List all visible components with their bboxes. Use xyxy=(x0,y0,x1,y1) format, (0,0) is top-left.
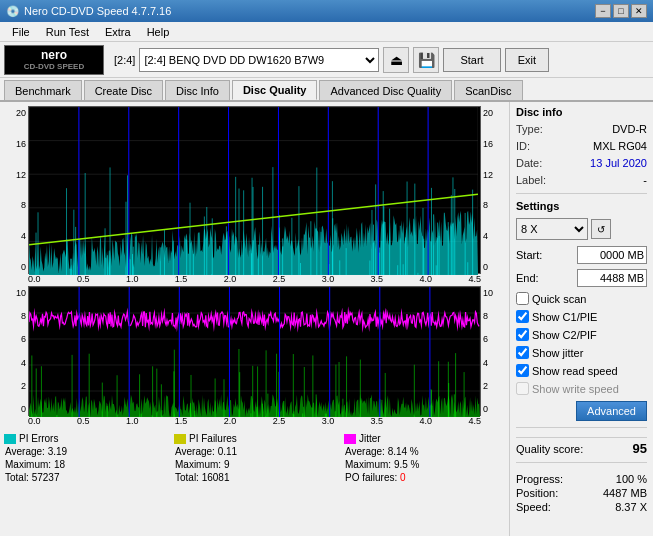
main-content: 201612840 201612840 0.00.51.01.52.02.53.… xyxy=(0,102,653,536)
menu-bar: File Run Test Extra Help xyxy=(0,22,653,42)
chart-area: 201612840 201612840 0.00.51.01.52.02.53.… xyxy=(0,102,509,536)
read-speed-checkbox[interactable] xyxy=(516,364,529,377)
bottom-y-axis-left: 1086420 xyxy=(4,286,28,416)
speed-select[interactable]: 8 X 4 X 2 X MAX xyxy=(516,218,588,240)
menu-run-test[interactable]: Run Test xyxy=(38,24,97,40)
top-y-axis-left: 201612840 xyxy=(4,106,28,274)
title-bar: 💿 Nero CD-DVD Speed 4.7.7.16 − □ ✕ xyxy=(0,0,653,22)
date-value: 13 Jul 2020 xyxy=(590,156,647,170)
quick-scan-row: Quick scan xyxy=(516,292,647,305)
drive-label: [2:4] xyxy=(114,54,135,66)
quality-score-row: Quality score: 95 xyxy=(516,437,647,456)
pi-errors-total-value: 57237 xyxy=(32,472,60,483)
eject-icon[interactable]: ⏏ xyxy=(383,47,409,73)
pi-failures-block: PI Failures Average: 0.11 Maximum: 9 Tot… xyxy=(174,433,335,484)
start-input[interactable] xyxy=(577,246,647,264)
position-value: 4487 MB xyxy=(603,486,647,500)
top-y-axis-right: 201612840 xyxy=(481,106,505,274)
end-input-row: End: xyxy=(516,269,647,287)
bottom-x-axis: 0.00.51.01.52.02.53.03.54.04.5 xyxy=(4,416,505,426)
label-value: - xyxy=(643,173,647,187)
top-chart xyxy=(28,106,481,274)
disc-id-row: ID: MXL RG04 xyxy=(516,139,647,153)
pi-errors-total-label: Total: xyxy=(5,472,29,483)
speed-label: Speed: xyxy=(516,500,551,514)
menu-extra[interactable]: Extra xyxy=(97,24,139,40)
type-label: Type: xyxy=(516,122,543,136)
divider-3 xyxy=(516,462,647,463)
read-speed-row: Show read speed xyxy=(516,364,647,377)
pi-errors-avg-value: 3.19 xyxy=(48,446,67,457)
tab-disc-info[interactable]: Disc Info xyxy=(165,80,230,100)
minimize-button[interactable]: − xyxy=(595,4,611,18)
top-x-axis: 0.00.51.01.52.02.53.03.54.04.5 xyxy=(4,274,505,284)
menu-file[interactable]: File xyxy=(4,24,38,40)
pi-errors-avg-label: Average: xyxy=(5,446,45,457)
title-label: Nero CD-DVD Speed 4.7.7.16 xyxy=(24,5,171,17)
progress-row: Progress: 100 % xyxy=(516,472,647,486)
bottom-chart xyxy=(28,286,481,416)
c2-pif-label: Show C2/PIF xyxy=(532,329,597,341)
start-input-row: Start: xyxy=(516,246,647,264)
toolbar: nero CD-DVD SPEED [2:4] [2:4] BENQ DVD D… xyxy=(0,42,653,78)
pi-failures-color xyxy=(174,434,186,444)
jitter-label: Jitter xyxy=(359,433,381,444)
pi-failures-label: PI Failures xyxy=(189,433,237,444)
c1-pie-row: Show C1/PIE xyxy=(516,310,647,323)
maximize-button[interactable]: □ xyxy=(613,4,629,18)
c1-pie-label: Show C1/PIE xyxy=(532,311,597,323)
disc-date-row: Date: 13 Jul 2020 xyxy=(516,156,647,170)
tab-benchmark[interactable]: Benchmark xyxy=(4,80,82,100)
bottom-chart-canvas xyxy=(29,287,480,417)
end-input[interactable] xyxy=(577,269,647,287)
divider-2 xyxy=(516,427,647,428)
app-icon: 💿 xyxy=(6,5,20,18)
speed-value: 8.37 X xyxy=(615,500,647,514)
legend-area: PI Errors Average: 3.19 Maximum: 18 Tota… xyxy=(4,429,505,488)
title-text: 💿 Nero CD-DVD Speed 4.7.7.16 xyxy=(6,5,171,18)
menu-help[interactable]: Help xyxy=(139,24,178,40)
write-speed-label: Show write speed xyxy=(532,383,619,395)
tab-scan-disc[interactable]: ScanDisc xyxy=(454,80,522,100)
write-speed-row: Show write speed xyxy=(516,382,647,395)
c1-pie-checkbox[interactable] xyxy=(516,310,529,323)
c2-pif-checkbox[interactable] xyxy=(516,328,529,341)
nero-logo: nero CD-DVD SPEED xyxy=(4,45,104,75)
jitter-cb-label: Show jitter xyxy=(532,347,583,359)
pi-errors-label: PI Errors xyxy=(19,433,58,444)
position-label: Position: xyxy=(516,486,558,500)
jitter-checkbox[interactable] xyxy=(516,346,529,359)
type-value: DVD-R xyxy=(612,122,647,136)
tab-advanced-disc-quality[interactable]: Advanced Disc Quality xyxy=(319,80,452,100)
pi-errors-block: PI Errors Average: 3.19 Maximum: 18 Tota… xyxy=(4,433,165,484)
window-controls: − □ ✕ xyxy=(595,4,647,18)
close-button[interactable]: ✕ xyxy=(631,4,647,18)
pi-errors-max-label: Maximum: xyxy=(5,459,51,470)
speed-setting-row: 8 X 4 X 2 X MAX ↺ xyxy=(516,218,647,240)
drive-select[interactable]: [2:4] BENQ DVD DD DW1620 B7W9 xyxy=(139,48,379,72)
advanced-button[interactable]: Advanced xyxy=(576,401,647,421)
end-label: End: xyxy=(516,272,539,284)
progress-label: Progress: xyxy=(516,472,563,486)
jitter-row: Show jitter xyxy=(516,346,647,359)
start-button[interactable]: Start xyxy=(443,48,500,72)
c2-pif-row: Show C2/PIF xyxy=(516,328,647,341)
quality-label: Quality score: xyxy=(516,443,583,455)
tab-create-disc[interactable]: Create Disc xyxy=(84,80,163,100)
progress-value: 100 % xyxy=(616,472,647,486)
tab-disc-quality[interactable]: Disc Quality xyxy=(232,80,318,100)
refresh-icon-button[interactable]: ↺ xyxy=(591,219,611,239)
top-chart-canvas xyxy=(29,107,478,275)
pi-errors-stats: Average: 3.19 Maximum: 18 Total: 57237 xyxy=(4,445,159,484)
write-speed-checkbox[interactable] xyxy=(516,382,529,395)
id-value: MXL RG04 xyxy=(593,139,647,153)
speed-row: Speed: 8.37 X xyxy=(516,500,647,514)
exit-button[interactable]: Exit xyxy=(505,48,549,72)
pi-errors-max-value: 18 xyxy=(54,459,65,470)
divider-1 xyxy=(516,193,647,194)
quick-scan-checkbox[interactable] xyxy=(516,292,529,305)
bottom-y-axis-right: 1086420 xyxy=(481,286,505,416)
tab-bar: Benchmark Create Disc Disc Info Disc Qua… xyxy=(0,78,653,102)
disc-type-row: Type: DVD-R xyxy=(516,122,647,136)
save-icon[interactable]: 💾 xyxy=(413,47,439,73)
